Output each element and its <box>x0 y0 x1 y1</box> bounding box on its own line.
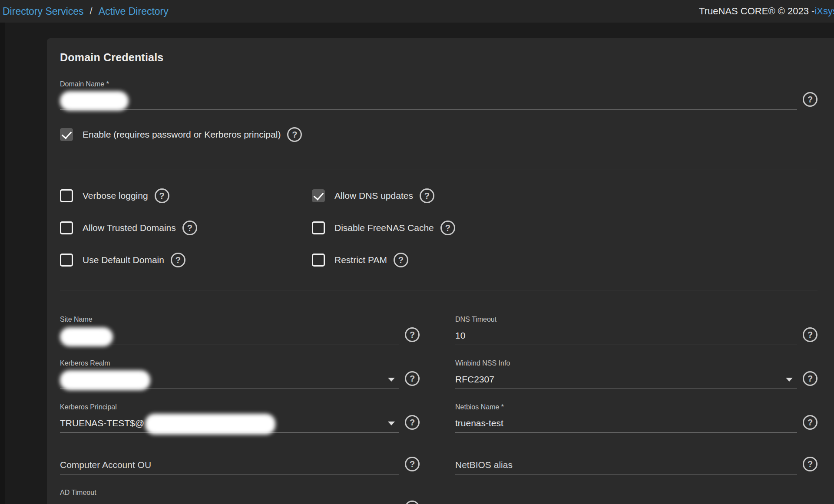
dns-timeout-label: DNS Timeout <box>455 316 797 325</box>
verbose-logging-checkbox-row[interactable]: Verbose logging ? <box>60 188 312 203</box>
ad-timeout-input[interactable]: 60 <box>60 501 399 504</box>
help-icon[interactable]: ? <box>405 327 420 342</box>
redaction-blob <box>60 370 150 390</box>
help-icon[interactable]: ? <box>803 327 817 342</box>
breadcrumb-link-directory-services[interactable]: Directory Services <box>3 6 84 17</box>
dropdown-arrow-icon[interactable] <box>786 378 793 382</box>
help-icon[interactable]: ? <box>287 127 302 142</box>
kerberos-realm-select[interactable] <box>60 372 399 389</box>
winbind-nss-info-field: Winbind NSS Info RFC2307 ? <box>455 359 817 389</box>
section-options: Verbose logging ? Allow DNS updates ? Al… <box>60 169 817 290</box>
domain-credentials-card: Domain Credentials Domain Name * ? Enabl… <box>47 38 834 504</box>
redaction-blob <box>60 327 113 346</box>
help-icon[interactable]: ? <box>394 253 408 267</box>
allow-dns-updates-checkbox-row[interactable]: Allow DNS updates ? <box>312 188 455 203</box>
help-icon[interactable]: ? <box>405 371 420 386</box>
verbose-logging-checkbox[interactable] <box>60 189 73 202</box>
allow-trusted-domains-checkbox-row[interactable]: Allow Trusted Domains ? <box>60 221 312 235</box>
kerberos-principal-field: Kerberos Principal TRUENAS-TEST$@ ? <box>60 403 420 433</box>
section-detail-fields: Site Name ? DNS Timeout 10 ? <box>60 290 817 504</box>
redaction-blob <box>60 91 129 111</box>
enable-checkbox-label: Enable (requires password or Kerberos pr… <box>83 129 281 140</box>
netbios-alias-placeholder: NetBIOS alias <box>455 460 797 474</box>
netbios-name-value: truenas-test <box>455 418 797 432</box>
restrict-pam-checkbox-row[interactable]: Restrict PAM ? <box>312 253 455 267</box>
ad-timeout-field: AD Timeout 60 ? <box>60 489 420 504</box>
checkbox-label: Use Default Domain <box>83 255 164 265</box>
disable-freenas-cache-checkbox-row[interactable]: Disable FreeNAS Cache ? <box>312 221 455 235</box>
section-domain-credentials: Domain Credentials Domain Name * ? Enabl… <box>60 38 817 169</box>
disable-freenas-cache-checkbox[interactable] <box>312 221 325 234</box>
allow-trusted-domains-checkbox[interactable] <box>60 221 73 234</box>
help-icon[interactable]: ? <box>803 371 817 386</box>
checkbox-label: Allow Trusted Domains <box>83 223 176 233</box>
kerberos-realm-field: Kerberos Realm ? <box>60 359 420 389</box>
help-icon[interactable]: ? <box>803 457 817 471</box>
help-icon[interactable]: ? <box>803 92 817 107</box>
winbind-nss-info-label: Winbind NSS Info <box>455 359 797 369</box>
computer-account-ou-placeholder: Computer Account OU <box>60 460 399 474</box>
site-name-field: Site Name ? <box>60 316 420 345</box>
breadcrumb-link-active-directory[interactable]: Active Directory <box>99 6 169 17</box>
copyright-label: TrueNAS CORE® © 2023 - <box>699 6 814 17</box>
use-default-domain-checkbox-row[interactable]: Use Default Domain ? <box>60 253 312 267</box>
restrict-pam-checkbox[interactable] <box>312 254 325 267</box>
help-icon[interactable]: ? <box>182 221 197 235</box>
site-name-input[interactable] <box>60 328 399 345</box>
checkbox-label: Allow DNS updates <box>334 191 413 201</box>
dropdown-arrow-icon[interactable] <box>388 378 395 382</box>
help-icon[interactable]: ? <box>440 221 455 235</box>
kerberos-principal-select[interactable]: TRUENAS-TEST$@ <box>60 415 399 433</box>
netbios-name-input[interactable]: truenas-test <box>455 415 797 433</box>
breadcrumb: Directory Services / Active Directory <box>0 6 169 17</box>
dns-timeout-field: DNS Timeout 10 ? <box>455 316 817 345</box>
winbind-nss-info-value: RFC2307 <box>455 374 786 389</box>
dns-timeout-value: 10 <box>455 330 797 345</box>
kerberos-principal-value: TRUENAS-TEST$@ <box>60 418 144 428</box>
use-default-domain-checkbox[interactable] <box>60 254 73 267</box>
top-navigation-bar: Directory Services / Active Directory Tr… <box>0 0 834 23</box>
checkbox-label: Disable FreeNAS Cache <box>334 223 434 233</box>
winbind-nss-info-select[interactable]: RFC2307 <box>455 372 797 389</box>
computer-account-ou-input[interactable]: Computer Account OU <box>60 457 399 474</box>
card-title: Domain Credentials <box>60 51 817 64</box>
dropdown-arrow-icon[interactable] <box>388 422 395 425</box>
breadcrumb-separator: / <box>90 6 93 17</box>
computer-account-ou-field: Computer Account OU ? <box>60 447 420 474</box>
help-icon[interactable]: ? <box>803 415 817 430</box>
help-icon[interactable]: ? <box>405 457 420 471</box>
netbios-name-field: Netbios Name * truenas-test ? <box>455 403 817 433</box>
enable-checkbox[interactable] <box>60 128 73 141</box>
checkbox-label: Verbose logging <box>83 191 148 201</box>
empty-grid-cell <box>455 489 817 504</box>
ad-timeout-label: AD Timeout <box>60 489 399 498</box>
netbios-alias-input[interactable]: NetBIOS alias <box>455 457 797 474</box>
help-icon[interactable]: ? <box>405 501 420 504</box>
help-icon[interactable]: ? <box>155 188 169 203</box>
netbios-name-label: Netbios Name * <box>455 403 797 413</box>
allow-dns-updates-checkbox[interactable] <box>312 189 325 202</box>
left-edge-strip <box>0 23 5 504</box>
help-icon[interactable]: ? <box>171 253 185 267</box>
checkbox-label: Restrict PAM <box>334 255 387 265</box>
copyright-text: TrueNAS CORE® © 2023 - iXsys <box>699 0 834 23</box>
redaction-blob <box>145 414 275 435</box>
page-background: Domain Credentials Domain Name * ? Enabl… <box>0 23 834 504</box>
dns-timeout-input[interactable]: 10 <box>455 328 797 345</box>
domain-name-field: Domain Name * ? <box>60 80 817 110</box>
ixsystems-link[interactable]: iXsys <box>814 6 834 17</box>
netbios-alias-field: NetBIOS alias ? <box>455 447 817 474</box>
help-icon[interactable]: ? <box>405 415 420 430</box>
domain-name-input[interactable] <box>60 92 797 110</box>
help-icon[interactable]: ? <box>420 188 434 203</box>
enable-checkbox-row[interactable]: Enable (requires password or Kerberos pr… <box>60 127 817 142</box>
